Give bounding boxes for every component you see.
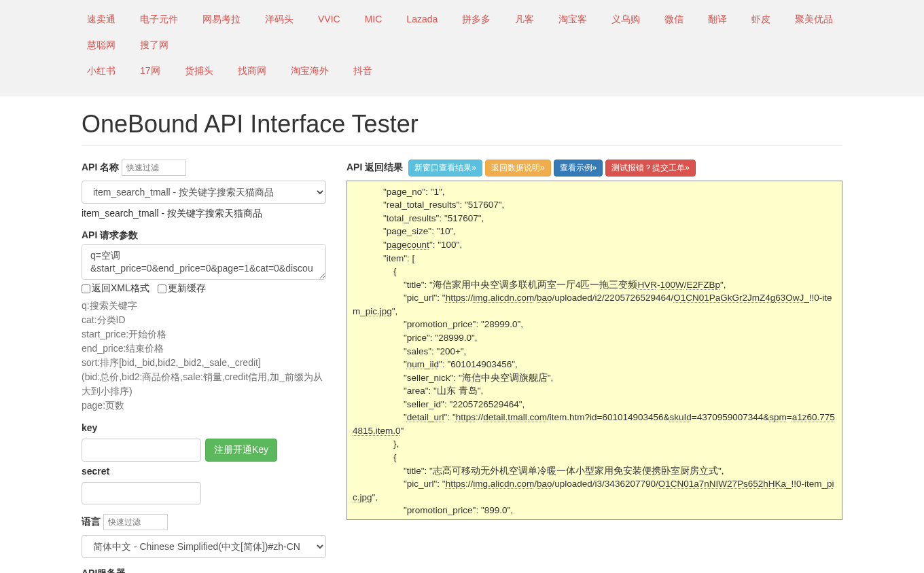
key-input[interactable] — [82, 439, 201, 462]
nav-link[interactable]: 找商网 — [226, 58, 279, 84]
nav-link[interactable]: 货捕头 — [173, 58, 226, 84]
nav-link[interactable]: 网易考拉 — [190, 7, 253, 33]
nav-link[interactable]: 抖音 — [341, 58, 385, 84]
nav-link[interactable]: 洋码头 — [253, 7, 306, 33]
nav-link[interactable]: Lazada — [394, 7, 450, 33]
data-description-button[interactable]: 返回数据说明» — [485, 160, 551, 177]
refresh-cache-checkbox[interactable] — [158, 284, 166, 293]
key-label: key — [82, 422, 97, 433]
api-params-textarea[interactable] — [82, 244, 326, 280]
nav-link[interactable]: VVIC — [306, 7, 353, 33]
report-error-button[interactable]: 测试报错？提交工单» — [605, 160, 696, 177]
title-separator — [82, 145, 842, 146]
nav-link[interactable]: MIC — [353, 7, 395, 33]
nav-link[interactable]: 速卖通 — [75, 7, 128, 33]
api-result-box[interactable]: "page_no": "1", "real_total_results": "5… — [346, 181, 842, 520]
nav-link[interactable]: 淘宝海外 — [279, 58, 341, 84]
return-xml-checkbox-label[interactable]: 返回XML格式 — [82, 282, 149, 293]
secret-input[interactable] — [82, 482, 201, 505]
nav-link[interactable]: 翻译 — [696, 7, 739, 33]
page-title: OneBound API Interface Tester — [82, 110, 842, 138]
nav-link[interactable]: 淘宝客 — [546, 7, 599, 33]
language-label: 语言 — [82, 516, 101, 528]
nav-link[interactable]: 义乌购 — [599, 7, 652, 33]
nav-row-1: 速卖通电子元件网易考拉洋码头VVICMICLazada拼多多凡客淘宝客义乌购微信… — [75, 7, 849, 58]
nav-link[interactable]: 17网 — [128, 58, 173, 84]
nav-link[interactable]: 拼多多 — [450, 7, 503, 33]
api-params-label: API 请求参数 — [82, 229, 138, 242]
top-nav-bar: 速卖通电子元件网易考拉洋码头VVICMICLazada拼多多凡客淘宝客义乌购微信… — [0, 0, 924, 96]
nav-link[interactable]: 微信 — [652, 7, 696, 33]
nav-link[interactable]: 凡客 — [503, 7, 546, 33]
api-server-label: API服务器 — [82, 568, 126, 573]
secret-label: secret — [82, 466, 109, 477]
language-filter-input[interactable] — [103, 514, 168, 530]
api-name-filter-input[interactable] — [122, 160, 186, 176]
right-panel: API 返回结果 新窗口查看结果» 返回数据说明» 查看示例» 测试报错？提交工… — [346, 160, 842, 573]
view-example-button[interactable]: 查看示例» — [554, 160, 603, 177]
nav-link[interactable]: 慧聪网 — [75, 33, 128, 58]
api-name-label: API 名称 — [82, 162, 119, 174]
return-xml-checkbox[interactable] — [82, 284, 90, 293]
nav-link[interactable]: 搜了网 — [128, 33, 181, 58]
view-new-window-button[interactable]: 新窗口查看结果» — [408, 160, 482, 177]
refresh-cache-checkbox-label[interactable]: 更新缓存 — [158, 282, 206, 293]
nav-link[interactable]: 聚美优品 — [783, 7, 845, 33]
nav-link[interactable]: 小红书 — [75, 58, 128, 84]
api-name-select[interactable]: item_search_tmall - 按关键字搜索天猫商品 — [82, 181, 326, 204]
nav-link[interactable]: 电子元件 — [128, 7, 190, 33]
left-panel: API 名称 item_search_tmall - 按关键字搜索天猫商品 it… — [82, 160, 326, 573]
nav-link[interactable]: 虾皮 — [739, 7, 783, 33]
language-select[interactable]: 简体中文 - Chinese Simplified(中文[简体])#zh-CN — [82, 535, 326, 558]
api-description: item_search_tmall - 按关键字搜索天猫商品 — [82, 208, 326, 220]
register-key-button[interactable]: 注册开通Key — [205, 439, 277, 462]
nav-row-2: 小红书17网货捕头找商网淘宝海外抖音 — [75, 58, 849, 84]
api-result-label: API 返回结果 — [346, 162, 403, 174]
params-help-text: q:搜索关键字 cat:分类ID start_price:开始价格 end_pr… — [82, 299, 326, 413]
